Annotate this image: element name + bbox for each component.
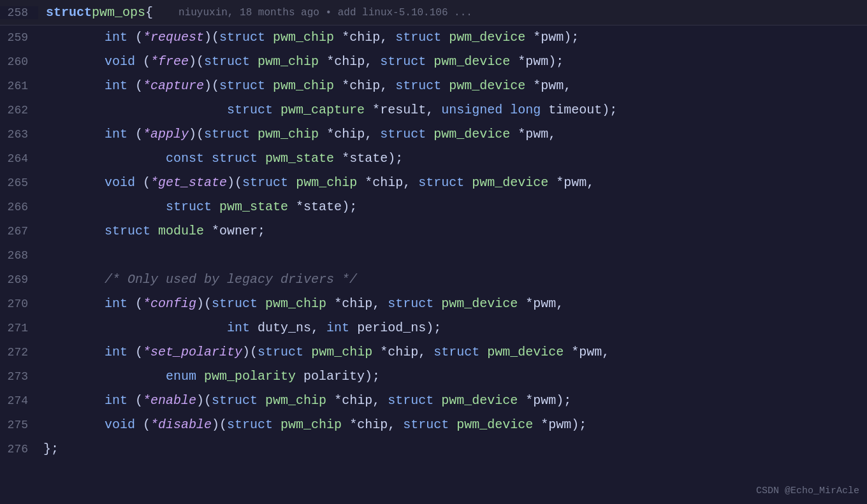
- kw-struct: struct: [204, 127, 250, 141]
- kw-struct: struct: [433, 345, 479, 359]
- punct: *pwm);: [518, 393, 571, 408]
- fn-name: *disable: [150, 417, 212, 432]
- line-number: 276: [0, 437, 38, 461]
- type-name: pwm_device: [441, 296, 518, 311]
- type-name: pwm_chip: [273, 30, 334, 45]
- line-content: int (*request)(struct pwm_chip *chip, st…: [38, 25, 867, 50]
- type-name: pwm_chip: [265, 393, 326, 408]
- punct: *: [204, 224, 219, 238]
- line-number: 268: [0, 243, 38, 268]
- line-content: struct pwm_state *state);: [38, 195, 867, 219]
- type-name: module: [158, 224, 204, 238]
- punct: (: [127, 30, 143, 45]
- line-content: void (*get_state)(struct pwm_chip *chip,…: [38, 171, 867, 195]
- var-name: owner: [219, 224, 258, 238]
- type-name: pwm_chip: [265, 296, 326, 311]
- code-token: [43, 272, 105, 287]
- code-line: 261 int (*capture)(struct pwm_chip *chip…: [0, 74, 867, 98]
- kw-type: void: [105, 417, 135, 432]
- line-number: 260: [0, 50, 38, 74]
- type-name: pwm_capture: [280, 103, 365, 117]
- kw-type: int: [227, 320, 250, 335]
- punct: duty_ns,: [250, 320, 326, 335]
- punct: *pwm);: [525, 30, 579, 45]
- fn-name: *request: [143, 30, 204, 45]
- kw-struct: struct: [219, 30, 265, 45]
- punct: *pwm);: [533, 417, 586, 432]
- kw-struct: struct: [418, 175, 464, 190]
- var-name: pwm: [564, 175, 586, 190]
- type-name: pwm_device: [441, 393, 518, 408]
- punct: );: [426, 320, 441, 335]
- code-token: [433, 296, 441, 311]
- kw-type: void: [105, 54, 135, 69]
- punct: (: [127, 78, 143, 93]
- punct: *chip,: [334, 30, 395, 45]
- code-line: 259 int (*request)(struct pwm_chip *chip…: [0, 25, 867, 50]
- var-name: result: [380, 103, 426, 117]
- code-token: [43, 78, 105, 93]
- code-token: [258, 393, 265, 408]
- kw-type: int: [105, 78, 127, 93]
- code-token: [303, 345, 311, 359]
- punct: };: [43, 442, 59, 456]
- code-line: 273 enum pwm_polarity polarity);: [0, 364, 867, 389]
- kw-type: int: [105, 345, 127, 359]
- punct: ,: [602, 345, 609, 359]
- punct: *chip,: [319, 127, 380, 141]
- var-name: pwm: [533, 296, 556, 311]
- code-token: [204, 151, 212, 166]
- type-name: pwm_device: [487, 345, 564, 359]
- code-token: [43, 393, 105, 408]
- code-token: [502, 103, 510, 117]
- code-token: [433, 393, 441, 408]
- type-name: pwm_device: [449, 78, 525, 93]
- kw-struct: struct: [105, 224, 150, 238]
- punct: *chip,: [342, 417, 403, 432]
- code-token: [43, 127, 105, 141]
- punct: )(: [196, 296, 212, 311]
- var-name: period_ns: [357, 320, 426, 335]
- line-content: struct pwm_capture *result, unsigned lon…: [38, 98, 867, 122]
- kw-struct: struct: [227, 417, 273, 432]
- code-token: [250, 127, 258, 141]
- type-name: pwm_state: [265, 151, 334, 166]
- var-name: pwm: [525, 127, 548, 141]
- kw-struct: struct: [388, 296, 433, 311]
- line-number: 266: [0, 195, 38, 219]
- line-number: 269: [0, 268, 38, 292]
- line-number: 275: [0, 413, 38, 437]
- code-token: [250, 54, 258, 69]
- punct: ,: [586, 175, 594, 190]
- code-token: [150, 224, 158, 238]
- kw-type: int: [105, 296, 127, 311]
- code-token: [43, 345, 105, 359]
- var-name: pwm: [541, 78, 564, 93]
- punct: (: [135, 417, 150, 432]
- code-token: [43, 175, 105, 190]
- code-line: 263 int (*apply)(struct pwm_chip *chip, …: [0, 122, 867, 147]
- kw-struct: struct: [219, 78, 265, 93]
- line-content: int duty_ns, int period_ns);: [38, 316, 867, 340]
- punct: );: [602, 103, 617, 117]
- line-content: int (*enable)(struct pwm_chip *chip, str…: [38, 389, 867, 413]
- punct: (: [127, 296, 143, 311]
- line-number: 264: [0, 147, 38, 171]
- kw-struct: struct: [212, 393, 258, 408]
- kw-struct: struct: [258, 345, 303, 359]
- type-name: pwm_chip: [258, 127, 319, 141]
- code-token: [43, 369, 166, 384]
- line-content: int (*set_polarity)(struct pwm_chip *chi…: [38, 340, 867, 364]
- code-token: [43, 224, 105, 238]
- code-token: [265, 78, 273, 93]
- punct: );: [342, 199, 357, 214]
- type-name: pwm_chip: [273, 78, 334, 93]
- kw-type: long: [510, 103, 541, 117]
- punct: )(: [242, 345, 258, 359]
- watermark: CSDN @Echo_MirAcle: [756, 486, 859, 496]
- kw-struct: struct: [212, 151, 258, 166]
- code-token: [196, 369, 204, 384]
- comment: /* Only used by legacy drivers */: [105, 272, 357, 287]
- punct: *: [365, 103, 380, 117]
- line-content: };: [38, 437, 867, 461]
